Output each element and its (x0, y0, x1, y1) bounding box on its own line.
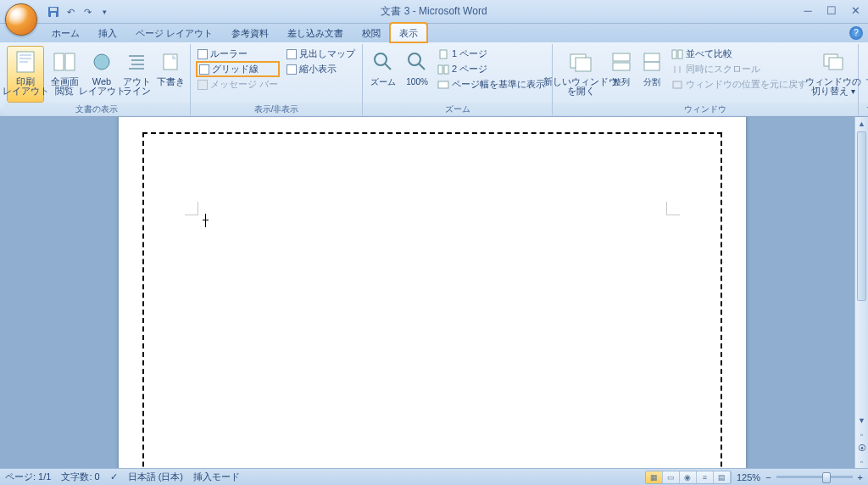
minimize-button[interactable]: ─ (800, 4, 815, 17)
tab-home[interactable]: ホーム (42, 23, 89, 42)
svg-rect-19 (440, 50, 447, 59)
view-draft-icon[interactable]: ▤ (714, 471, 731, 483)
svg-rect-14 (164, 54, 177, 70)
text-cursor (205, 214, 206, 227)
status-language[interactable]: 日本語 (日本) (128, 471, 183, 483)
page-width-button[interactable]: ページ幅を基準に表示 (437, 78, 545, 91)
svg-line-16 (385, 64, 391, 70)
svg-rect-11 (131, 59, 144, 61)
svg-rect-6 (19, 61, 28, 63)
group-window: 新しいウィンドウ を開く 整列 分割 並べて比較 同時にスクロール ウィンドウの… (553, 44, 859, 115)
group-label-views: 文書の表示 (3, 103, 190, 115)
close-button[interactable]: ✕ (848, 4, 863, 17)
draft-button[interactable]: 下書き (154, 46, 186, 103)
group-label-macro: マクロ (859, 103, 868, 115)
view-shortcuts: ▦ ▭ ◉ ≡ ▤ (645, 471, 732, 484)
status-page[interactable]: ページ: 1/1 (5, 471, 51, 483)
scroll-up-icon[interactable]: ▲ (855, 117, 868, 131)
svg-rect-21 (444, 65, 448, 74)
thumbnails-checkbox[interactable]: 縮小表示 (287, 63, 355, 75)
vertical-scrollbar[interactable]: ▲ ▼ ◦ ⦿ ◦ (854, 117, 868, 468)
window-title: 文書 3 - Microsoft Word (0, 4, 868, 19)
svg-rect-30 (678, 50, 682, 59)
svg-rect-10 (129, 55, 144, 57)
tab-references[interactable]: 参考資料 (222, 23, 278, 42)
documentmap-checkbox[interactable]: 見出しマップ (287, 47, 355, 60)
switch-windows-button[interactable]: ウィンドウの 切り替え ▾ (812, 46, 854, 103)
view-web-icon[interactable]: ◉ (680, 471, 697, 483)
status-mode[interactable]: 挿入モード (193, 471, 240, 483)
sync-scroll-button: 同時にスクロール (671, 63, 807, 75)
maximize-button[interactable]: ☐ (824, 4, 839, 17)
fullscreen-reading-button[interactable]: 全画面 閲覧 (46, 46, 83, 103)
prev-page-icon[interactable]: ◦ (855, 427, 868, 441)
switch-windows-icon (820, 48, 847, 75)
tab-view[interactable]: 表示 (390, 23, 427, 42)
tab-mailings[interactable]: 差し込み文書 (278, 23, 353, 42)
svg-rect-24 (576, 58, 591, 71)
one-page-button[interactable]: 1 ページ (437, 47, 545, 60)
zoom-100-button[interactable]: 100% (402, 46, 432, 103)
status-bar: ページ: 1/1 文字数: 0 ✓ 日本語 (日本) 挿入モード ▦ ▭ ◉ ≡… (0, 468, 868, 485)
outline-icon (123, 48, 150, 75)
tab-page-layout[interactable]: ページ レイアウト (126, 23, 222, 42)
zoom-out-icon[interactable]: − (765, 472, 771, 482)
view-print-layout-icon[interactable]: ▦ (646, 471, 663, 483)
svg-point-17 (409, 53, 420, 65)
arrange-icon (608, 48, 635, 75)
group-views: 印刷 レイアウト 全画面 閲覧 Web レイアウト アウト ライン 下書き 文書… (3, 44, 191, 115)
split-button[interactable]: 分割 (637, 46, 666, 103)
zoom-icon (370, 48, 397, 75)
print-layout-icon (12, 48, 39, 75)
tab-review[interactable]: 校閲 (353, 23, 390, 42)
page-border (142, 132, 722, 468)
svg-point-15 (375, 53, 387, 65)
group-zoom: ズーム 100% 1 ページ 2 ページ ページ幅を基準に表示 ズーム (363, 44, 553, 115)
fullscreen-icon (51, 48, 78, 75)
svg-rect-7 (54, 53, 64, 70)
two-pages-button[interactable]: 2 ページ (437, 63, 545, 75)
draft-icon (157, 48, 184, 75)
new-window-button[interactable]: 新しいウィンドウ を開く (556, 46, 605, 103)
print-layout-button[interactable]: 印刷 レイアウト (7, 46, 44, 103)
svg-rect-13 (129, 68, 144, 70)
svg-rect-20 (438, 65, 442, 74)
zoom-level[interactable]: 125% (737, 472, 760, 482)
zoom-slider[interactable] (776, 476, 853, 478)
document-area[interactable] (0, 117, 854, 468)
scroll-thumb[interactable] (857, 131, 866, 301)
spellcheck-icon[interactable]: ✓ (110, 471, 118, 482)
gridlines-checkbox[interactable]: グリッド線 (198, 63, 278, 75)
svg-rect-5 (19, 58, 31, 59)
next-page-icon[interactable]: ◦ (855, 454, 868, 468)
crop-mark (666, 202, 680, 215)
view-fullscreen-icon[interactable]: ▭ (663, 471, 680, 483)
browse-object-icon[interactable]: ⦿ (855, 441, 868, 454)
arrange-all-button[interactable]: 整列 (607, 46, 636, 103)
status-words[interactable]: 文字数: 0 (61, 471, 99, 483)
crop-mark (185, 202, 198, 215)
ruler-checkbox[interactable]: ルーラー (198, 47, 278, 60)
view-side-by-side-button[interactable]: 並べて比較 (671, 47, 807, 60)
office-button[interactable] (5, 3, 37, 36)
group-macro: マクロ ▾ マクロ (859, 44, 868, 115)
help-icon[interactable]: ? (849, 26, 863, 40)
new-window-icon (567, 48, 594, 75)
web-layout-button[interactable]: Web レイアウト (85, 46, 119, 103)
tab-insert[interactable]: 挿入 (89, 23, 126, 42)
svg-line-18 (419, 64, 425, 70)
svg-rect-33 (829, 58, 843, 70)
outline-button[interactable]: アウト ライン (120, 46, 153, 103)
view-outline-icon[interactable]: ≡ (697, 471, 714, 483)
ribbon: 印刷 レイアウト 全画面 閲覧 Web レイアウト アウト ライン 下書き 文書… (0, 42, 868, 117)
macros-button[interactable]: マクロ ▾ (862, 46, 868, 103)
group-label-showhide: 表示/非表示 (191, 103, 362, 115)
scroll-down-icon[interactable]: ▼ (855, 414, 868, 427)
zoom-in-icon[interactable]: + (858, 472, 863, 482)
svg-rect-29 (672, 50, 676, 59)
group-label-window: ウィンドウ (553, 103, 858, 115)
zoom-button[interactable]: ズーム (366, 46, 400, 103)
split-icon (638, 48, 665, 75)
page[interactable] (119, 117, 746, 468)
svg-rect-25 (613, 53, 630, 61)
